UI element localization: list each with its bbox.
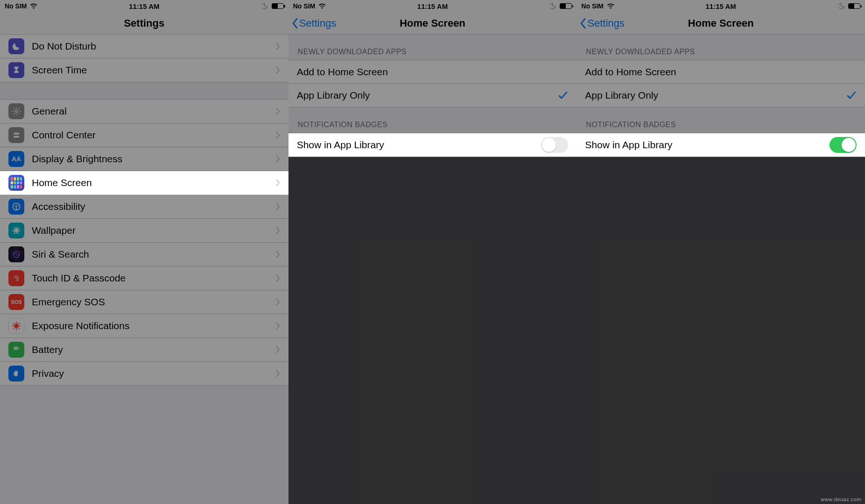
row-privacy[interactable]: Privacy (0, 362, 288, 385)
row-wallpaper[interactable]: Wallpaper (0, 219, 288, 243)
clock: 11:15 AM (129, 2, 159, 10)
svg-rect-21 (19, 348, 19, 349)
row-accessibility[interactable]: Accessibility (0, 195, 288, 219)
checkmark-icon (558, 90, 568, 101)
empty-area (577, 157, 865, 504)
svg-rect-1 (14, 133, 19, 135)
option-label: Add to Home Screen (297, 66, 569, 78)
wifi-icon (606, 3, 615, 9)
nav-title: Settings (124, 17, 165, 29)
option-app-library-only[interactable]: App Library Only (288, 84, 577, 107)
section-header-notification-badges: NOTIFICATION BADGES (577, 108, 865, 133)
svg-point-4 (16, 204, 17, 206)
battery-icon (848, 3, 860, 9)
option-app-library-only[interactable]: App Library Only (577, 84, 865, 107)
status-bar: No SIM 11:15 AM (577, 0, 865, 12)
row-label: Battery (32, 344, 268, 355)
aa-app-icon: AA (8, 151, 24, 167)
svg-line-18 (18, 323, 20, 324)
chevron-right-icon (275, 131, 280, 139)
row-show-in-app-library[interactable]: Show in App Library (288, 133, 577, 157)
home-screen-content[interactable]: NEWLY DOWNLOADED APPS Add to Home Screen… (577, 35, 865, 504)
row-exposure-notifications[interactable]: Exposure Notifications (0, 314, 288, 338)
row-do-not-disturb[interactable]: Do Not Disturb (0, 35, 288, 58)
svg-line-17 (14, 328, 15, 329)
section-header-newly-downloaded: NEWLY DOWNLOADED APPS (288, 35, 577, 60)
gear-app-icon (8, 103, 24, 119)
nav-title: Home Screen (400, 17, 466, 29)
chevron-right-icon (275, 370, 280, 377)
settings-content[interactable]: Do Not Disturb Screen Time (0, 35, 288, 504)
row-battery[interactable]: Battery (0, 338, 288, 362)
row-label: Touch ID & Passcode (32, 273, 268, 284)
row-label: Emergency SOS (32, 296, 268, 308)
wifi-icon (318, 3, 326, 9)
fingerprint-app-icon (8, 270, 24, 286)
row-control-center[interactable]: Control Center (0, 123, 288, 147)
svg-line-15 (14, 323, 15, 324)
chevron-right-icon (275, 346, 280, 353)
option-label: App Library Only (297, 90, 551, 101)
moon-icon (262, 3, 269, 9)
back-button[interactable]: Settings (291, 17, 337, 29)
option-add-to-home-screen[interactable]: Add to Home Screen (577, 60, 865, 84)
svg-line-16 (18, 328, 20, 329)
sos-app-icon: SOS (8, 294, 24, 310)
chevron-right-icon (275, 322, 280, 330)
row-label: General (32, 106, 268, 117)
moon-icon (550, 3, 557, 9)
chevron-right-icon (275, 298, 280, 306)
row-emergency-sos[interactable]: SOS Emergency SOS (0, 290, 288, 314)
clock: 11:15 AM (706, 2, 736, 10)
chevron-right-icon (275, 66, 280, 74)
chevron-right-icon (275, 227, 280, 234)
option-label: Add to Home Screen (585, 66, 857, 78)
status-bar: No SIM 11:15 AM (0, 0, 288, 12)
row-siri-search[interactable]: Siri & Search (0, 243, 288, 266)
option-label: App Library Only (585, 90, 839, 101)
row-touchid-passcode[interactable]: Touch ID & Passcode (0, 266, 288, 290)
carrier-label: No SIM (293, 2, 315, 10)
option-add-to-home-screen[interactable]: Add to Home Screen (288, 60, 577, 84)
row-home-screen[interactable]: Home Screen (0, 171, 288, 195)
hand-app-icon (8, 366, 24, 382)
hourglass-app-icon (8, 62, 24, 78)
row-general[interactable]: General (0, 100, 288, 123)
back-button[interactable]: Settings (579, 17, 625, 29)
chevron-right-icon (275, 274, 280, 282)
svg-point-0 (15, 110, 18, 113)
home-screen-content[interactable]: NEWLY DOWNLOADED APPS Add to Home Screen… (288, 35, 577, 504)
row-label: Display & Brightness (32, 153, 268, 165)
accessibility-app-icon (8, 199, 24, 215)
toggle-label: Show in App Library (585, 139, 822, 151)
flower-app-icon (8, 223, 24, 238)
row-label: Screen Time (32, 65, 268, 76)
row-show-in-app-library[interactable]: Show in App Library (577, 133, 865, 157)
row-label: Accessibility (32, 201, 268, 212)
checkmark-icon (846, 90, 857, 101)
chevron-right-icon (275, 203, 280, 210)
row-display-brightness[interactable]: AA Display & Brightness (0, 147, 288, 171)
sliders-app-icon (8, 127, 24, 143)
chevron-right-icon (275, 155, 280, 163)
svg-rect-20 (14, 347, 18, 349)
toggle-show-in-app-library[interactable] (829, 137, 857, 153)
toggle-show-in-app-library[interactable] (541, 137, 568, 153)
chevron-right-icon (275, 251, 280, 258)
row-label: Home Screen (32, 177, 268, 188)
grid-app-icon (8, 175, 24, 191)
clock: 11:15 AM (417, 2, 447, 10)
row-label: Privacy (32, 368, 268, 379)
carrier-label: No SIM (581, 2, 603, 10)
screen-home-screen-toggle-off: No SIM 11:15 AM Settings Home Screen NEW… (288, 0, 577, 504)
watermark: www.deuaz.com (821, 497, 861, 502)
virus-app-icon (8, 318, 24, 334)
screen-settings-list: No SIM 11:15 AM Settings Do Not Disturb (0, 0, 288, 504)
svg-rect-2 (14, 136, 19, 138)
back-label: Settings (299, 17, 337, 29)
row-screen-time[interactable]: Screen Time (0, 58, 288, 82)
battery-icon (272, 3, 284, 9)
battery-icon (560, 3, 572, 9)
svg-point-10 (14, 324, 18, 328)
nav-title: Home Screen (688, 17, 754, 29)
